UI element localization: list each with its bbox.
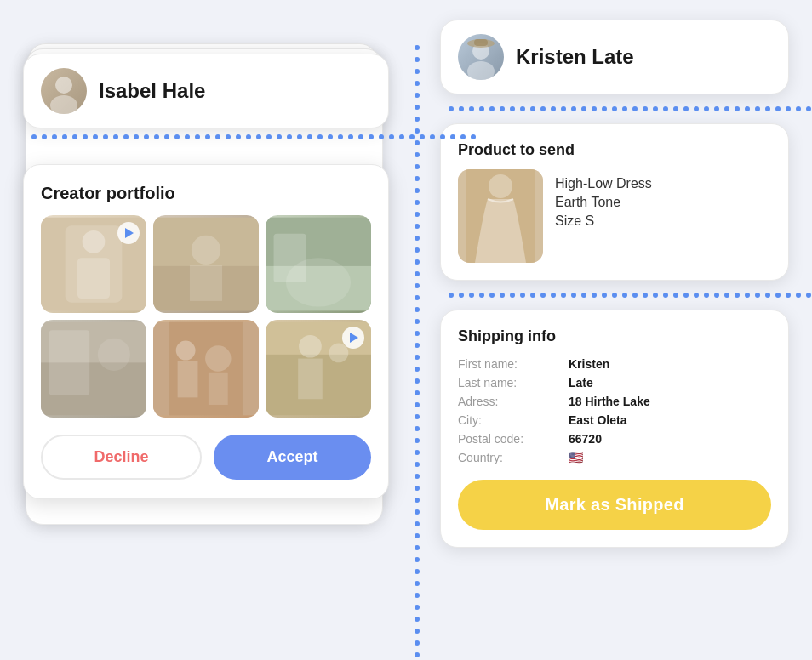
shipping-label-country: Country: [458,451,569,464]
kristen-name: Kristen Late [516,45,634,69]
shipping-value-city: East Oleta [569,413,626,427]
shipping-row-firstname: First name: Kristen [458,357,771,371]
svg-point-17 [98,339,130,371]
kristen-card: Kristen Late [440,20,789,94]
svg-point-8 [192,236,220,265]
shipping-row-country: Country: 🇺🇸 [458,451,771,464]
product-size: Size S [555,213,652,229]
shipping-card: Shipping info First name: Kristen Last n… [440,310,789,548]
shipping-label-postal: Postal code: [458,432,569,446]
shipping-value-lastname: Late [569,376,593,390]
shipping-row-city: City: East Oleta [458,413,771,427]
isabel-avatar [41,68,87,114]
svg-rect-23 [209,373,228,405]
shipping-label-lastname: Last name: [458,376,569,390]
dotted-divider-right-2 [440,293,789,298]
svg-point-26 [299,335,322,358]
dotted-divider-right-1 [440,106,789,111]
scene: Isabel Hale Creator portfolio [23,20,789,640]
svg-rect-13 [274,234,306,282]
shipping-label-firstname: First name: [458,357,569,371]
play-btn-6[interactable] [342,327,364,349]
svg-point-0 [55,77,72,94]
photo-cell-4 [41,320,146,418]
portfolio-title: Creator portfolio [41,184,371,203]
shipping-value-postal: 66720 [569,432,602,446]
photo-cell-6 [266,320,371,418]
svg-rect-27 [298,359,323,400]
product-content: High-Low Dress Earth Tone Size S [458,169,771,263]
shipping-row-address: Adress: 18 Hirthe Lake [458,395,771,408]
product-details: High-Low Dress Earth Tone Size S [555,169,652,229]
portfolio-card: Creator portfolio [23,164,389,499]
svg-point-35 [489,174,512,198]
photo-cell-2 [153,215,259,313]
isabel-card: Isabel Hale [23,54,389,128]
product-card-title: Product to send [458,141,771,159]
play-btn-1[interactable] [117,222,140,244]
vertical-dotted-divider [415,45,420,615]
shipping-label-address: Adress: [458,395,569,408]
right-panel: Kristen Late Product to send [440,20,789,548]
shipping-label-city: City: [458,413,569,427]
svg-rect-21 [178,361,198,397]
accept-button[interactable]: Accept [214,435,371,480]
shipping-row-lastname: Last name: Late [458,376,771,390]
photo-cell-3 [266,215,371,313]
photo-cell-5 [153,320,259,418]
shipping-row-postal: Postal code: 66720 [458,432,771,446]
isabel-name: Isabel Hale [99,79,205,103]
svg-rect-5 [77,258,110,299]
shipping-value-firstname: Kristen [569,357,609,371]
svg-point-1 [50,95,77,114]
shipping-title: Shipping info [458,327,771,345]
svg-rect-16 [49,330,90,395]
shipping-value-country: 🇺🇸 [569,451,583,464]
kristen-avatar [458,34,504,80]
svg-point-22 [205,345,232,372]
product-name: High-Low Dress [555,176,652,191]
photo-grid [41,215,371,418]
product-color: Earth Tone [555,195,652,210]
dotted-divider-left [23,134,389,139]
svg-point-20 [176,341,196,361]
svg-rect-9 [190,265,222,301]
shipping-value-address: 18 Hirthe Lake [569,395,650,408]
action-buttons: Decline Accept [41,435,371,480]
svg-rect-32 [474,39,488,46]
svg-point-4 [83,230,106,253]
photo-cell-1 [41,215,146,313]
mark-as-shipped-button[interactable]: Mark as Shipped [458,480,771,530]
decline-button[interactable]: Decline [41,435,202,480]
product-card: Product to send High-Low Dress Earth Ton… [440,123,789,281]
shipping-rows: First name: Kristen Last name: Late Adre… [458,357,771,464]
product-image [458,169,543,263]
svg-point-30 [467,61,495,80]
